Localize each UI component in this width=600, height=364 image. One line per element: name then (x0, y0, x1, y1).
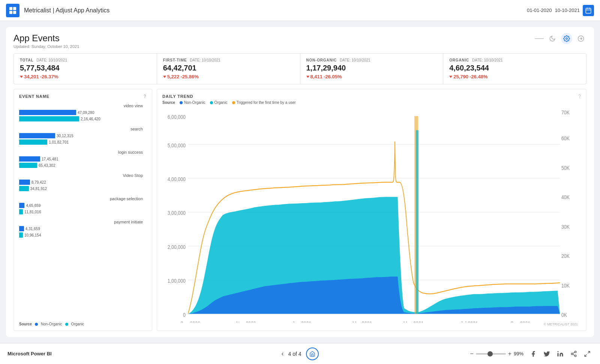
svg-text:30K: 30K (561, 224, 570, 230)
stat-block-2: NON-ORGANIC DATE: 10/10/2021 1,17,29,940… (300, 54, 444, 84)
bar-row-teal-2: 65,43,302 (19, 163, 145, 168)
stat-arrow-1 (163, 76, 166, 78)
moon-button[interactable] (547, 33, 558, 44)
stat-change-pct-3: -26.48% (470, 74, 488, 79)
share-icon[interactable] (568, 349, 579, 359)
report-card: App Events Updated: Sunday, October 10, … (6, 27, 594, 337)
stat-label-1: FIRST-TIME (163, 58, 187, 62)
svg-line-47 (573, 354, 574, 355)
stat-change-pct-2: -26.05% (324, 74, 342, 79)
linkedin-icon[interactable] (555, 349, 566, 359)
svg-text:5,00,000: 5,00,000 (168, 142, 186, 148)
legend-nonorganic: Non-Organic (180, 100, 206, 105)
zoom-slider[interactable] (476, 353, 506, 355)
stat-label-2: NON-ORGANIC (306, 58, 337, 62)
settings-button[interactable] (561, 33, 572, 44)
trend-question-icon[interactable]: ? (578, 94, 581, 99)
trend-legend-source: Source (162, 100, 175, 105)
event-item-4: package selection 4,65,659 11,81,016 (19, 196, 145, 214)
header-title: Metricalist | Adjust App Analytics (24, 7, 527, 14)
stat-change-val-3: 25,790 (453, 74, 468, 79)
bar-teal-2 (19, 163, 37, 168)
zoom-control: − + 99% (470, 351, 524, 357)
bar-row-blue-3: 8,79,422 (19, 180, 145, 185)
event-name-panel: EVENT NAME ? video view 47,09,280 2,16,4… (14, 89, 152, 331)
bar-teal-4 (19, 209, 23, 214)
page-subtitle: Updated: Sunday, October 10, 2021 (14, 44, 79, 49)
header-dates: 01-01-2020 10-10-2021 (527, 5, 594, 16)
stat-change-val-0: 34,201 (24, 74, 39, 79)
svg-line-49 (588, 351, 590, 353)
chart-container: 0 1,00,000 2,00,000 3,00,000 4,00,000 5,… (162, 108, 581, 322)
social-icons (528, 349, 592, 359)
app-logo (6, 4, 20, 17)
bar-row-teal-0: 2,16,46,420 (19, 116, 145, 121)
svg-point-44 (574, 351, 576, 353)
expand-icon[interactable] (582, 349, 592, 359)
prev-page-button[interactable]: ‹ (281, 350, 284, 358)
event-item-0: video view 47,09,280 2,16,46,420 (19, 103, 145, 121)
bar-row-teal-3: 34,81,912 (19, 186, 145, 191)
forward-button[interactable] (575, 33, 586, 44)
zoom-minus[interactable]: − (470, 351, 473, 357)
event-name-1: search (19, 127, 145, 131)
bar-teal-1 (19, 139, 47, 145)
svg-text:50K: 50K (561, 165, 570, 171)
trend-legend: Source Non-Organic Organic Triggered for… (162, 100, 581, 105)
stat-header-2: NON-ORGANIC DATE: 10/10/2021 (306, 58, 437, 62)
zoom-plus[interactable]: + (508, 351, 512, 357)
page-title-left: App Events Updated: Sunday, October 10, … (14, 33, 79, 49)
bar-teal-0 (19, 116, 79, 121)
stat-header-1: FIRST-TIME DATE: 10/10/2021 (163, 58, 294, 62)
footer-right: − + 99% (398, 349, 592, 359)
charts-area: EVENT NAME ? video view 47,09,280 2,16,4… (14, 89, 586, 331)
page-title-right (535, 33, 586, 44)
svg-text:2,00,000: 2,00,000 (168, 244, 186, 250)
footer-bar: Microsoft Power BI ‹ 4 of 4 − + 99% (0, 343, 600, 364)
bar-blue-3 (19, 180, 30, 185)
bar-blue-2 (19, 156, 40, 162)
svg-text:Nov 2020: Nov 2020 (236, 320, 256, 322)
svg-text:6,00,000: 6,00,000 (168, 114, 186, 120)
event-item-3: Video Stop 8,79,422 34,81,912 (19, 173, 145, 191)
bar-blue-4 (19, 203, 24, 208)
svg-text:Sep 2021: Sep 2021 (510, 320, 530, 322)
page-title: App Events (14, 33, 79, 43)
event-item-5: payment initiate 4,31,659 10,96,154 (19, 220, 145, 238)
bar-teal-label-3: 34,81,912 (30, 187, 47, 191)
event-name-panel-title: EVENT NAME ? (19, 94, 147, 99)
svg-rect-41 (416, 130, 418, 314)
event-name-question-icon[interactable]: ? (144, 94, 147, 99)
bar-blue-0 (19, 110, 76, 115)
bar-row-teal-4: 11,81,016 (19, 209, 145, 214)
svg-text:Sep 2020: Sep 2020 (180, 320, 200, 322)
calendar-button[interactable] (583, 5, 594, 16)
bar-blue-label-4: 4,65,659 (26, 204, 40, 208)
svg-text:10K: 10K (561, 282, 570, 288)
page-home-button[interactable] (306, 348, 319, 360)
svg-text:1,00,000: 1,00,000 (168, 278, 186, 284)
main-content: App Events Updated: Sunday, October 10, … (0, 21, 600, 343)
trend-nonorganic-dot (180, 101, 183, 104)
event-item-2: login success 17,45,481 65,43,302 (19, 150, 145, 168)
stat-date-3: DATE: 10/10/2021 (472, 58, 503, 62)
stat-change-pct-0: -26.37% (40, 74, 58, 79)
facebook-icon[interactable] (528, 349, 538, 359)
date-from: 01-01-2020 (527, 7, 552, 13)
stat-date-2: DATE: 10/10/2021 (340, 58, 370, 62)
bar-row-blue-2: 17,45,481 (19, 156, 145, 162)
twitter-icon[interactable] (542, 349, 552, 359)
event-name-2: login success (19, 150, 145, 154)
stat-block-0: TOTAL DATE: 10/10/2021 5,77,53,484 34,20… (14, 54, 157, 84)
bar-row-blue-4: 4,65,659 (19, 203, 145, 208)
zoom-percentage: 99% (514, 351, 524, 357)
svg-point-46 (574, 355, 576, 357)
bar-row-blue-0: 47,09,280 (19, 110, 145, 115)
legend-nonorganic-dot (35, 323, 38, 326)
svg-rect-0 (9, 7, 12, 10)
svg-text:Mar 2021: Mar 2021 (352, 320, 372, 322)
stats-row: TOTAL DATE: 10/10/2021 5,77,53,484 34,20… (14, 53, 586, 84)
event-list: video view 47,09,280 2,16,46,420 search … (19, 103, 147, 318)
svg-line-48 (573, 352, 574, 353)
stat-main-0: 5,77,53,484 (20, 64, 151, 72)
